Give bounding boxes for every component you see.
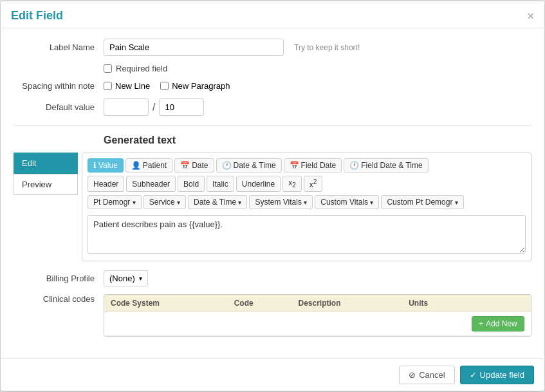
subheader-button[interactable]: Subheader bbox=[126, 176, 176, 192]
field-date-time-button[interactable]: 🕐 Field Date & Time bbox=[344, 158, 428, 173]
default-value-row: Default value / bbox=[14, 98, 531, 116]
clinical-codes-section: Clinical codes Code System Code Descript… bbox=[14, 294, 531, 337]
toolbar-row-3: Pt Demogr ▾ Service ▾ Date & Time ▾ Syst… bbox=[88, 195, 526, 209]
modal-title: Edit Field bbox=[11, 9, 63, 23]
divider bbox=[14, 125, 531, 126]
generated-text-title: Generated text bbox=[104, 135, 531, 146]
modal-footer: ⊘ Cancel ✓ Update field bbox=[1, 359, 544, 391]
clinical-table-add-row: + Add New bbox=[104, 312, 531, 336]
editor-area: ℹ Value 👤 Patient 📅 Date 🕐 Date & Time bbox=[82, 153, 531, 261]
ban-icon: ⊘ bbox=[409, 370, 416, 380]
required-field-row: Required field bbox=[104, 64, 531, 73]
date-time-button[interactable]: 🕐 Date & Time bbox=[216, 158, 282, 173]
system-vitals-dropdown[interactable]: System Vitals ▾ bbox=[249, 195, 313, 209]
cancel-label: Cancel bbox=[419, 370, 445, 380]
billing-profile-dropdown[interactable]: (None) ▾ bbox=[104, 270, 148, 286]
subscript-button[interactable]: x2 bbox=[282, 176, 302, 192]
label-name-row: Label Name Try to keep it short! bbox=[14, 39, 531, 56]
modal-body: Label Name Try to keep it short! Require… bbox=[1, 28, 544, 355]
field-date-button[interactable]: 📅 Field Date bbox=[284, 158, 342, 173]
update-field-button[interactable]: ✓ Update field bbox=[460, 366, 534, 384]
required-field-checkbox[interactable] bbox=[104, 64, 112, 73]
person-icon: 👤 bbox=[131, 161, 141, 170]
bold-button[interactable]: Bold bbox=[178, 176, 205, 192]
service-dropdown[interactable]: Service ▾ bbox=[143, 195, 186, 209]
actions-header bbox=[466, 295, 531, 312]
value-button[interactable]: ℹ Value bbox=[88, 158, 124, 173]
billing-profile-value: (None) bbox=[109, 274, 135, 283]
main-content: Edit Preview ℹ Value 👤 Patient 📅 bbox=[14, 153, 531, 261]
label-name-input[interactable] bbox=[104, 39, 284, 56]
spacing-row: Spacing within note New Line New Paragra… bbox=[14, 81, 531, 91]
default-denominator-input[interactable] bbox=[159, 98, 204, 116]
preview-tab[interactable]: Preview bbox=[14, 174, 78, 195]
generated-text-textarea[interactable]: Patient describes pain as {{value}}. bbox=[88, 215, 526, 254]
underline-button[interactable]: Underline bbox=[236, 176, 281, 192]
default-numerator-input[interactable] bbox=[104, 98, 149, 116]
label-name-control: Try to keep it short! bbox=[104, 39, 360, 56]
custom-pt-demogr-arrow: ▾ bbox=[455, 199, 458, 206]
toolbar-row-2: Header Subheader Bold Italic Underline x… bbox=[88, 176, 526, 192]
billing-profile-label: Billing Profile bbox=[14, 274, 104, 283]
custom-vitals-dropdown[interactable]: Custom Vitals ▾ bbox=[315, 195, 379, 209]
header-button[interactable]: Header bbox=[88, 176, 124, 192]
slash-divider: / bbox=[152, 102, 155, 113]
info-icon: ℹ bbox=[93, 161, 97, 170]
date-time2-dropdown[interactable]: Date & Time ▾ bbox=[188, 195, 247, 209]
close-button[interactable]: × bbox=[527, 10, 534, 22]
billing-profile-row: Billing Profile (None) ▾ bbox=[14, 270, 531, 286]
service-arrow: ▾ bbox=[177, 199, 180, 206]
italic-button[interactable]: Italic bbox=[207, 176, 234, 192]
billing-dropdown-arrow: ▾ bbox=[139, 275, 142, 282]
pt-demogr-dropdown[interactable]: Pt Demogr ▾ bbox=[88, 195, 142, 209]
pt-demogr-arrow: ▾ bbox=[133, 199, 136, 206]
custom-vitals-arrow: ▾ bbox=[370, 199, 373, 206]
clinical-codes-label: Clinical codes bbox=[14, 294, 104, 304]
date-button[interactable]: 📅 Date bbox=[174, 158, 214, 173]
label-hint: Try to keep it short! bbox=[294, 43, 360, 52]
edit-tab[interactable]: Edit bbox=[14, 153, 78, 174]
description-header: Description bbox=[291, 295, 402, 312]
toolbar-row-1: ℹ Value 👤 Patient 📅 Date 🕐 Date & Time bbox=[88, 158, 526, 173]
sidebar: Edit Preview bbox=[14, 153, 78, 261]
default-value-inputs: / bbox=[104, 98, 204, 116]
patient-button[interactable]: 👤 Patient bbox=[125, 158, 172, 173]
spacing-options: New Line New Paragraph bbox=[104, 81, 230, 91]
add-new-button[interactable]: + Add New bbox=[472, 316, 524, 331]
new-paragraph-label: New Paragraph bbox=[172, 81, 230, 91]
code-system-header: Code System bbox=[104, 295, 228, 312]
update-label: Update field bbox=[480, 370, 524, 380]
custom-pt-demogr-dropdown[interactable]: Custom Pt Demogr ▾ bbox=[381, 195, 463, 209]
default-value-label: Default value bbox=[14, 102, 104, 112]
clinical-table-header: Code System Code Description Units bbox=[104, 295, 531, 312]
units-header: Units bbox=[402, 295, 466, 312]
date-time2-arrow: ▾ bbox=[238, 199, 241, 206]
code-header: Code bbox=[228, 295, 292, 312]
new-line-checkbox[interactable] bbox=[104, 82, 112, 90]
plus-icon: + bbox=[479, 319, 483, 328]
calendar-icon: 📅 bbox=[180, 161, 190, 170]
add-new-label: Add New bbox=[486, 319, 517, 328]
new-paragraph-checkbox[interactable] bbox=[160, 82, 169, 90]
spacing-label: Spacing within note bbox=[14, 81, 104, 91]
edit-field-modal: Edit Field × Label Name Try to keep it s… bbox=[0, 1, 545, 391]
calendar2-icon: 📅 bbox=[290, 161, 299, 170]
label-name-label: Label Name bbox=[14, 42, 104, 52]
required-field-label: Required field bbox=[116, 64, 167, 73]
add-new-cell: + Add New bbox=[466, 312, 531, 336]
new-paragraph-item: New Paragraph bbox=[160, 81, 230, 91]
checkmark-icon: ✓ bbox=[470, 370, 477, 380]
empty-cell bbox=[104, 312, 466, 336]
clock2-icon: 🕐 bbox=[349, 161, 359, 170]
clock-icon: 🕐 bbox=[222, 161, 232, 170]
new-line-item: New Line bbox=[104, 81, 150, 91]
new-line-label: New Line bbox=[115, 81, 150, 91]
modal-header: Edit Field × bbox=[1, 1, 544, 28]
system-vitals-arrow: ▾ bbox=[304, 199, 307, 206]
cancel-button[interactable]: ⊘ Cancel bbox=[399, 366, 454, 384]
superscript-button[interactable]: x2 bbox=[304, 176, 323, 192]
clinical-codes-table: Code System Code Description Units bbox=[104, 294, 531, 337]
